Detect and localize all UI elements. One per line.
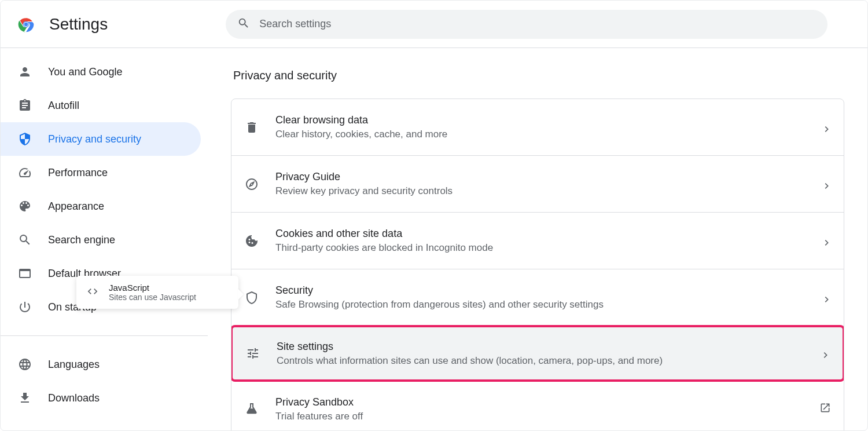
sidebar-item-appearance[interactable]: Appearance bbox=[1, 189, 201, 223]
tooltip-desc: Sites can use Javascript bbox=[109, 293, 196, 302]
code-icon bbox=[87, 286, 98, 299]
download-icon bbox=[18, 391, 32, 405]
row-security[interactable]: Security Safe Browsing (protection from … bbox=[231, 269, 844, 326]
globe-icon bbox=[18, 357, 32, 371]
cookie-icon bbox=[244, 234, 259, 248]
header: Settings bbox=[1, 1, 867, 48]
sidebar-item-downloads[interactable]: Downloads bbox=[1, 381, 201, 415]
row-title: Security bbox=[275, 284, 808, 297]
tooltip-title: JavaScript bbox=[109, 283, 196, 293]
row-site-settings[interactable]: Site settings Controls what information … bbox=[231, 325, 844, 382]
sidebar-item-you-google[interactable]: You and Google bbox=[1, 55, 201, 89]
sidebar-item-search-engine[interactable]: Search engine bbox=[1, 223, 201, 257]
shield-icon bbox=[18, 132, 32, 146]
chevron-right-icon bbox=[824, 294, 831, 301]
palette-icon bbox=[18, 199, 32, 213]
person-icon bbox=[18, 65, 32, 79]
row-clear-browsing[interactable]: Clear browsing data Clear history, cooki… bbox=[231, 99, 844, 156]
settings-card: Clear browsing data Clear history, cooki… bbox=[231, 98, 844, 430]
row-desc: Third-party cookies are blocked in Incog… bbox=[275, 242, 808, 254]
row-desc: Clear history, cookies, cache, and more bbox=[275, 129, 808, 140]
sidebar-item-label: Performance bbox=[48, 167, 108, 179]
search-icon bbox=[237, 17, 250, 32]
sidebar-item-autofill[interactable]: Autofill bbox=[1, 89, 201, 122]
section-title: Privacy and security bbox=[233, 69, 844, 82]
row-desc: Safe Browsing (protection from dangerous… bbox=[275, 299, 808, 311]
sidebar-item-label: Privacy and security bbox=[48, 133, 141, 145]
sidebar-item-label: Languages bbox=[48, 359, 100, 371]
search-input[interactable] bbox=[259, 18, 816, 30]
chevron-right-icon bbox=[823, 350, 830, 357]
row-privacy-sandbox[interactable]: Privacy Sandbox Trial features are off bbox=[231, 381, 844, 430]
search-bar[interactable] bbox=[226, 10, 827, 39]
speedometer-icon bbox=[18, 166, 32, 180]
row-title: Privacy Sandbox bbox=[275, 396, 803, 408]
flask-icon bbox=[244, 402, 259, 416]
sidebar-item-label: Downloads bbox=[48, 392, 100, 404]
row-title: Privacy Guide bbox=[275, 171, 808, 183]
row-desc: Review key privacy and security controls bbox=[275, 185, 808, 197]
sidebar-item-privacy[interactable]: Privacy and security bbox=[1, 122, 201, 156]
search-icon bbox=[18, 233, 32, 247]
tooltip-javascript: JavaScript Sites can use Javascript bbox=[76, 276, 238, 309]
clipboard-icon bbox=[18, 98, 32, 112]
trash-icon bbox=[244, 120, 259, 134]
row-desc: Controls what information sites can use … bbox=[277, 355, 807, 367]
chevron-right-icon bbox=[824, 238, 831, 244]
chevron-right-icon bbox=[824, 181, 831, 188]
tune-icon bbox=[245, 346, 260, 360]
row-title: Site settings bbox=[277, 341, 807, 353]
main-content: Privacy and security Clear browsing data… bbox=[208, 48, 867, 430]
sidebar-item-performance[interactable]: Performance bbox=[1, 156, 201, 189]
nav-divider bbox=[1, 335, 208, 336]
sidebar-item-label: You and Google bbox=[48, 66, 122, 78]
chrome-logo-icon bbox=[17, 15, 35, 34]
row-privacy-guide[interactable]: Privacy Guide Review key privacy and sec… bbox=[231, 156, 844, 213]
sidebar[interactable]: You and Google Autofill Privacy and secu… bbox=[1, 48, 208, 430]
shield-outline-icon bbox=[244, 291, 259, 305]
sidebar-item-label: Autofill bbox=[48, 100, 79, 112]
row-title: Clear browsing data bbox=[275, 114, 808, 126]
row-cookies[interactable]: Cookies and other site data Third-party … bbox=[231, 213, 844, 269]
row-title: Cookies and other site data bbox=[275, 228, 808, 240]
power-icon bbox=[18, 300, 32, 314]
sidebar-item-languages[interactable]: Languages bbox=[1, 348, 201, 381]
browser-icon bbox=[18, 266, 32, 280]
sidebar-item-label: Appearance bbox=[48, 200, 104, 213]
chevron-right-icon bbox=[824, 124, 831, 131]
row-desc: Trial features are off bbox=[275, 411, 803, 422]
compass-icon bbox=[244, 177, 259, 191]
external-link-icon bbox=[819, 402, 831, 416]
app-title: Settings bbox=[49, 15, 108, 34]
sidebar-item-label: Search engine bbox=[48, 234, 115, 246]
svg-point-3 bbox=[24, 22, 28, 26]
